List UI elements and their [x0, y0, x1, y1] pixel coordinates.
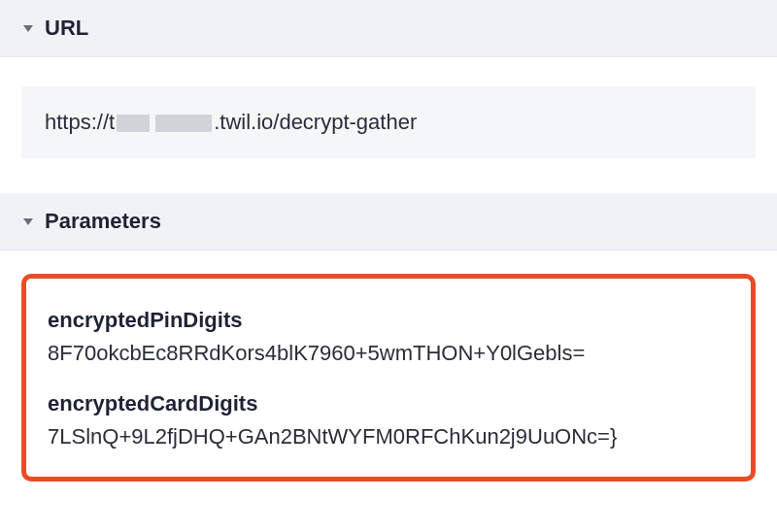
url-suffix-text: .twil.io/decrypt-gather — [214, 110, 417, 134]
svg-marker-0 — [23, 25, 33, 32]
chevron-down-icon — [21, 21, 35, 35]
parameter-name: encryptedCardDigits — [48, 391, 729, 416]
parameters-section-header[interactable]: Parameters — [0, 193, 777, 250]
parameter-row: encryptedPinDigits 8F70okcbEc8RRdKors4bl… — [48, 308, 729, 366]
url-value-box: https://t.twil.io/decrypt-gather — [21, 86, 756, 158]
url-redacted-segment — [117, 115, 212, 132]
url-section-content: https://t.twil.io/decrypt-gather — [0, 57, 777, 193]
parameter-value: 8F70okcbEc8RRdKors4blK7960+5wmTHON+Y0lGe… — [48, 341, 729, 366]
url-section-title: URL — [45, 16, 88, 41]
parameter-row: encryptedCardDigits 7LSlnQ+9L2fjDHQ+GAn2… — [48, 391, 729, 449]
svg-marker-1 — [23, 218, 33, 225]
url-section-header[interactable]: URL — [0, 0, 777, 57]
parameters-section-title: Parameters — [45, 209, 161, 234]
parameter-name: encryptedPinDigits — [48, 308, 729, 333]
chevron-down-icon — [21, 215, 35, 228]
parameter-value: 7LSlnQ+9L2fjDHQ+GAn2BNtWYFM0RFChKun2j9Uu… — [48, 424, 729, 449]
parameters-highlight-box: encryptedPinDigits 8F70okcbEc8RRdKors4bl… — [21, 274, 756, 482]
parameters-section-content: encryptedPinDigits 8F70okcbEc8RRdKors4bl… — [0, 250, 777, 505]
url-prefix-text: https://t — [45, 110, 115, 134]
